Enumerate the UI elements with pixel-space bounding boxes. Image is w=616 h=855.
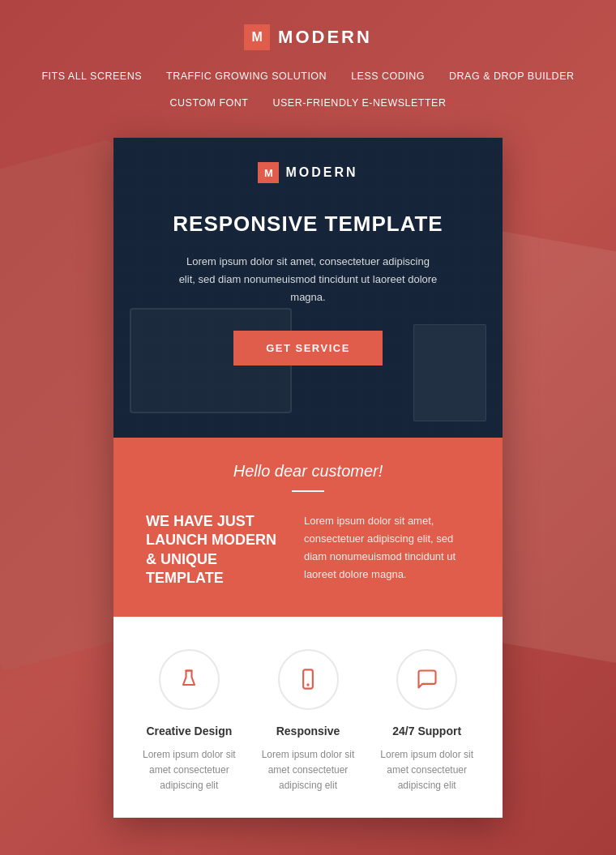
- coral-text: Lorem ipsum dolor sit amet, consectetuer…: [304, 512, 470, 588]
- responsive-desc: Lorem ipsum dolor sit amet consectetuer …: [257, 747, 360, 794]
- nav-item-4[interactable]: CUSTOM FONT: [170, 93, 249, 113]
- feature-responsive: Responsive Lorem ipsum dolor sit amet co…: [257, 649, 360, 794]
- nav-item-3[interactable]: DRAG & DROP BUILDER: [449, 66, 574, 87]
- responsive-icon-circle: [278, 649, 339, 710]
- nav-item-0[interactable]: FITS ALL SCREENS: [41, 66, 142, 87]
- coral-content: WE HAVE JUST LAUNCH MODERN & UNIQUE TEMP…: [146, 512, 470, 588]
- hero-logo-text: MODERN: [285, 165, 357, 180]
- chat-icon: [416, 668, 438, 690]
- hero-logo-icon: M: [258, 162, 279, 183]
- page-header: M MODERN FITS ALL SCREENS TRAFFIC GROWIN…: [0, 0, 616, 130]
- svg-point-3: [307, 684, 308, 685]
- support-desc: Lorem ipsum dolor sit amet consectetuer …: [375, 747, 478, 794]
- header-nav: FITS ALL SCREENS TRAFFIC GROWING SOLUTIO…: [16, 66, 600, 113]
- hero-section: M MODERN RESPONSIVE TEMPLATE Lorem ipsum…: [113, 138, 503, 438]
- nav-item-5[interactable]: USER-FRIENDLY E-NEWSLETTER: [272, 93, 446, 113]
- feature-support: 24/7 Support Lorem ipsum dolor sit amet …: [375, 649, 478, 794]
- hero-content: M MODERN RESPONSIVE TEMPLATE Lorem ipsum…: [173, 162, 443, 366]
- hero-logo: M MODERN: [258, 162, 357, 183]
- email-card: M MODERN RESPONSIVE TEMPLATE Lorem ipsum…: [113, 138, 503, 818]
- nav-item-2[interactable]: LESS CODING: [351, 66, 425, 87]
- hero-title: RESPONSIVE TEMPLATE: [173, 212, 443, 237]
- coral-greeting: Hello dear customer!: [146, 462, 470, 481]
- support-title: 24/7 Support: [392, 725, 461, 737]
- get-service-button[interactable]: GET SERVICE: [233, 331, 383, 366]
- responsive-title: Responsive: [276, 725, 340, 737]
- hero-description: Lorem ipsum dolor sit amet, consectetuer…: [178, 253, 438, 306]
- creative-design-title: Creative Design: [146, 725, 232, 737]
- coral-section: Hello dear customer! WE HAVE JUST LAUNCH…: [113, 438, 503, 617]
- coral-divider: [292, 490, 324, 492]
- page-wrapper: M MODERN FITS ALL SCREENS TRAFFIC GROWIN…: [0, 0, 616, 818]
- header-logo: M MODERN: [244, 24, 372, 50]
- header-logo-text: MODERN: [278, 27, 372, 48]
- mobile-icon: [297, 668, 319, 690]
- creative-design-icon-circle: [159, 649, 220, 710]
- support-icon-circle: [396, 649, 457, 710]
- coral-heading: WE HAVE JUST LAUNCH MODERN & UNIQUE TEMP…: [146, 512, 284, 588]
- nav-item-1[interactable]: TRAFFIC GROWING SOLUTION: [166, 66, 327, 87]
- creative-design-desc: Lorem ipsum dolor sit amet consectetuer …: [138, 747, 241, 794]
- header-logo-icon: M: [244, 24, 270, 50]
- features-section: Creative Design Lorem ipsum dolor sit am…: [113, 617, 503, 819]
- flask-icon: [178, 668, 200, 690]
- feature-creative-design: Creative Design Lorem ipsum dolor sit am…: [138, 649, 241, 794]
